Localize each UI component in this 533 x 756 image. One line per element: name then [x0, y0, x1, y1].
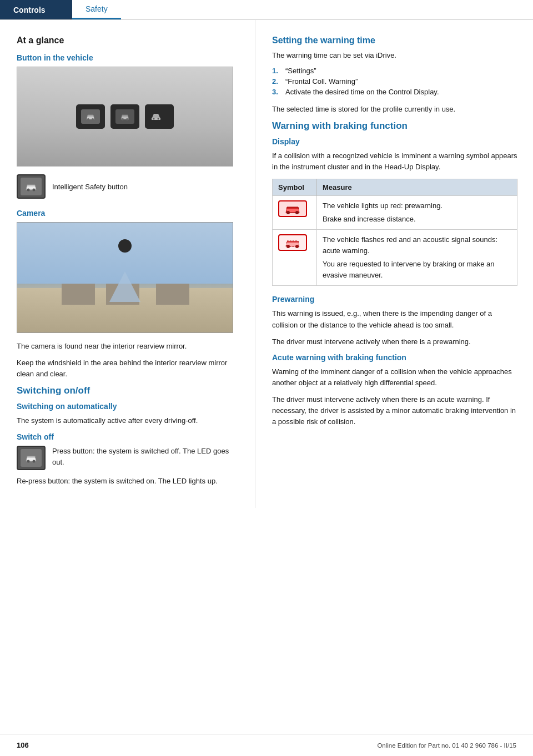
switch-off-icon	[17, 446, 46, 470]
prewarning-desc1: This warning is issued, e.g., when there…	[272, 308, 517, 330]
symbol-cell-2	[273, 229, 317, 286]
svg-point-4	[122, 118, 124, 120]
switch-off-row: Press button: the system is switched off…	[17, 446, 239, 470]
svg-point-8	[158, 118, 159, 119]
header-safety-tab[interactable]: Safety	[72, 0, 121, 19]
intelligent-safety-row: Intelligent Safety button	[17, 174, 239, 199]
step-3: 3. Activate the desired time on the Cont…	[272, 88, 517, 96]
page-header: Controls Safety	[0, 0, 533, 20]
step-2: 2. “Frontal Coll. Warning”	[272, 77, 517, 85]
svg-point-19	[286, 245, 290, 248]
setting-warning-time-title: Setting the warning time	[272, 36, 517, 46]
camera-desc2: Keep the windshield in the area behind t…	[17, 357, 239, 380]
col-measure: Measure	[317, 179, 517, 195]
step-3-num: 3.	[272, 88, 281, 96]
footer-page-num: 106	[17, 741, 29, 749]
camera-image	[17, 222, 233, 333]
right-column: Setting the warning time The warning tim…	[255, 20, 533, 508]
svg-point-1	[87, 118, 89, 120]
page-footer: 106 Online Edition for Part no. 01 40 2 …	[0, 734, 533, 756]
warning-table: Symbol Measure	[272, 179, 517, 286]
svg-point-11	[33, 189, 36, 191]
switching-on-auto-title: Switching on automatically	[17, 402, 239, 411]
table-row: The vehicle flashes red and an acoustic …	[273, 229, 517, 286]
camera-title: Camera	[17, 209, 239, 218]
display-title: Display	[272, 137, 517, 146]
acute-warning-desc2: The driver must intervene actively when …	[272, 394, 517, 427]
prewarning-title: Prewarning	[272, 295, 517, 304]
at-glance-title: At a glance	[17, 36, 239, 46]
measure-cell-2: The vehicle flashes red and an acoustic …	[317, 229, 517, 286]
step-1-text: “Settings”	[285, 67, 316, 75]
stored-note: The selected time is stored for the prof…	[272, 104, 517, 115]
switching-on-auto-desc: The system is automatically active after…	[17, 415, 239, 426]
step-3-text: Activate the desired time on the Control…	[285, 88, 439, 96]
display-desc: If a collision with a recognized vehicle…	[272, 150, 517, 173]
svg-point-5	[126, 118, 128, 120]
camera-desc1: The camera is found near the interior re…	[17, 341, 239, 352]
repress-desc: Re-press button: the system is switched …	[17, 476, 239, 487]
steps-list: 1. “Settings” 2. “Frontal Coll. Warning”…	[272, 67, 517, 96]
controls-label: Controls	[13, 6, 46, 14]
setting-warning-time-desc: The warning time can be set via iDrive.	[272, 50, 517, 61]
step-2-text: “Frontal Coll. Warning”	[285, 77, 358, 85]
header-controls-tab[interactable]: Controls	[0, 0, 72, 19]
switch-off-icon-desc: Press button: the system is switched off…	[52, 446, 239, 468]
safety-label: Safety	[86, 4, 108, 13]
left-column: At a glance Button in the vehicle	[0, 20, 255, 508]
svg-point-16	[286, 211, 290, 214]
prewarning-desc2: The driver must intervene actively when …	[272, 336, 517, 347]
svg-point-13	[27, 460, 30, 462]
camera-dot	[118, 239, 132, 253]
svg-point-14	[33, 460, 36, 462]
step-2-num: 2.	[272, 77, 281, 85]
svg-point-17	[295, 211, 299, 214]
step-1: 1. “Settings”	[272, 67, 517, 75]
col-symbol: Symbol	[273, 179, 317, 195]
svg-point-7	[153, 118, 155, 119]
svg-point-2	[92, 118, 94, 120]
svg-point-10	[27, 189, 30, 191]
step-1-num: 1.	[272, 67, 281, 75]
button-in-vehicle-title: Button in the vehicle	[17, 53, 239, 62]
footer-info: Online Edition for Part no. 01 40 2 960 …	[377, 742, 516, 749]
symbol-cell-1	[273, 195, 317, 229]
svg-point-20	[295, 245, 299, 248]
warning-braking-title: Warning with braking function	[272, 120, 517, 132]
measure-cell-1: The vehicle lights up red: prewarning. B…	[317, 195, 517, 229]
table-row: The vehicle lights up red: prewarning. B…	[273, 195, 517, 229]
intelligent-safety-label: Intelligent Safety button	[52, 183, 128, 191]
acute-warning-title: Acute warning with braking function	[272, 353, 517, 362]
vehicle-button-image	[17, 67, 233, 167]
switching-title: Switching on/off	[17, 385, 239, 396]
svg-rect-6	[152, 118, 160, 120]
table-header-row: Symbol Measure	[273, 179, 517, 195]
main-content: At a glance Button in the vehicle	[0, 20, 533, 508]
switch-off-title: Switch off	[17, 432, 239, 441]
intelligent-safety-icon	[17, 174, 46, 199]
acute-warning-desc1: Warning of the imminent danger of a coll…	[272, 366, 517, 389]
